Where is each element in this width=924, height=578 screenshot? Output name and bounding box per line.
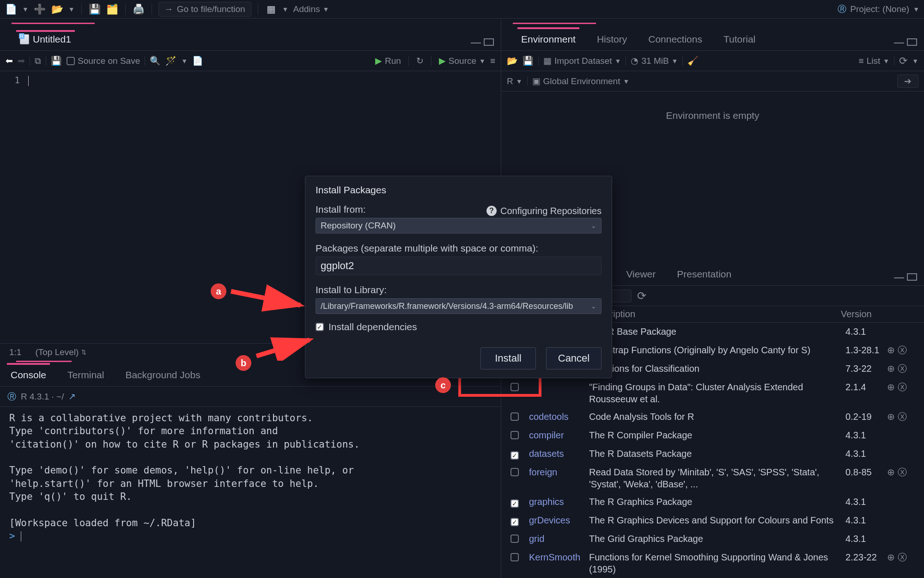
source-tab-untitled[interactable]: Untitled1 bbox=[16, 30, 75, 50]
chevron-down-icon[interactable]: ▼ bbox=[68, 6, 75, 13]
refresh-icon[interactable]: ⟳ bbox=[637, 289, 646, 302]
cancel-button[interactable]: Cancel bbox=[546, 347, 602, 369]
svg-line-0 bbox=[231, 291, 300, 305]
console-version: R 4.3.1 · ~/ bbox=[21, 392, 64, 402]
scope-selector[interactable]: (Top Level) ⇅ bbox=[35, 347, 86, 357]
r-logo-icon: Ⓡ bbox=[838, 3, 846, 15]
console-output[interactable]: R is a collaborative project with many c… bbox=[0, 407, 501, 578]
source-button[interactable]: ▶ Source ▼ bbox=[439, 55, 486, 66]
pkg-name-link[interactable]: graphics bbox=[529, 496, 589, 508]
checkbox-icon bbox=[67, 57, 75, 65]
tab-connections[interactable]: Connections bbox=[644, 27, 706, 50]
addins-menu[interactable]: Addins ▼ bbox=[293, 4, 329, 14]
back-icon[interactable]: ⬅ bbox=[6, 55, 13, 66]
install-from-select[interactable]: Repository (CRAN) ⌄ bbox=[316, 218, 602, 234]
install-deps-toggle[interactable]: ✓ Install dependencies bbox=[316, 321, 602, 332]
pkg-checkbox[interactable] bbox=[511, 412, 519, 421]
minimize-pane-icon[interactable] bbox=[894, 276, 904, 278]
remove-icon[interactable]: ⓧ bbox=[898, 381, 907, 393]
project-menu[interactable]: Ⓡ Project: (None) ▼ bbox=[838, 3, 919, 15]
tab-environment[interactable]: Environment bbox=[517, 27, 579, 50]
pkg-name-link[interactable]: KernSmooth bbox=[529, 551, 589, 563]
chevron-down-icon[interactable]: ▼ bbox=[22, 6, 29, 13]
addins-label: Addins bbox=[293, 4, 320, 14]
tab-terminal[interactable]: Terminal bbox=[64, 363, 108, 386]
popout-icon[interactable]: ⧉ bbox=[35, 56, 41, 66]
pkg-checkbox[interactable] bbox=[511, 535, 519, 543]
language-selector[interactable]: R ▼ bbox=[507, 76, 523, 86]
chevron-down-icon[interactable]: ▼ bbox=[282, 6, 289, 13]
minimize-pane-icon[interactable] bbox=[894, 41, 904, 43]
outline-icon[interactable]: ≡ bbox=[490, 56, 495, 66]
tab-tutorial[interactable]: Tutorial bbox=[720, 27, 759, 50]
remove-icon[interactable]: ⓧ bbox=[898, 411, 907, 423]
chevron-down-icon[interactable]: ▼ bbox=[912, 57, 918, 65]
memory-usage[interactable]: ◔ 31 MiB ▼ bbox=[631, 55, 678, 66]
globe-icon[interactable]: ⊕ bbox=[887, 466, 895, 478]
globe-icon[interactable]: ⊕ bbox=[887, 551, 895, 563]
report-icon[interactable]: 📄 bbox=[192, 55, 203, 66]
remove-icon[interactable]: ⓧ bbox=[898, 551, 907, 563]
maximize-pane-icon[interactable] bbox=[907, 38, 917, 46]
pkg-name-link[interactable]: codetools bbox=[529, 411, 589, 423]
pkg-checkbox[interactable] bbox=[511, 431, 519, 439]
share-icon[interactable]: ↗ bbox=[68, 391, 76, 402]
refresh-icon[interactable]: ⟳ bbox=[899, 55, 907, 67]
install-button[interactable]: Install bbox=[480, 347, 536, 369]
rerun-icon[interactable]: ↻ bbox=[416, 55, 424, 66]
remove-icon[interactable]: ⓧ bbox=[898, 363, 907, 375]
save-all-icon[interactable]: 🗂️ bbox=[106, 3, 119, 16]
run-button[interactable]: ▶ Run bbox=[375, 55, 401, 66]
globe-icon[interactable]: ⊕ bbox=[887, 411, 895, 423]
tab-console[interactable]: Console bbox=[7, 363, 50, 386]
pkg-checkbox[interactable]: ✓ bbox=[511, 451, 519, 460]
pkg-name-link[interactable]: foreign bbox=[529, 466, 589, 478]
broom-icon[interactable]: 🧹 bbox=[687, 55, 699, 66]
configure-repos-link[interactable]: ? Configuring Repositories bbox=[486, 206, 602, 216]
pkg-checkbox[interactable] bbox=[511, 383, 519, 391]
save-icon[interactable]: 💾 bbox=[88, 3, 101, 16]
globe-icon[interactable]: ⊕ bbox=[887, 344, 895, 356]
maximize-pane-icon[interactable] bbox=[907, 273, 917, 281]
pkg-checkbox[interactable] bbox=[511, 468, 519, 476]
globe-icon[interactable]: ⊕ bbox=[887, 381, 895, 393]
pkg-description: The R Datasets Package bbox=[589, 448, 845, 460]
packages-input[interactable] bbox=[316, 257, 602, 275]
library-select[interactable]: /Library/Frameworks/R.framework/Versions… bbox=[316, 298, 602, 314]
pkg-name-link[interactable]: compiler bbox=[529, 429, 589, 441]
globe-icon[interactable]: ⊕ bbox=[887, 363, 895, 375]
pkg-row: codetoolsCode Analysis Tools for R0.2-19… bbox=[501, 408, 924, 426]
remove-icon[interactable]: ⓧ bbox=[898, 466, 907, 478]
search-icon[interactable]: 🔍 bbox=[150, 55, 161, 66]
goto-icon[interactable]: ➔ bbox=[897, 74, 918, 88]
tab-background-jobs[interactable]: Background Jobs bbox=[122, 363, 204, 386]
pkg-checkbox[interactable]: ✓ bbox=[511, 518, 519, 526]
pkg-checkbox[interactable] bbox=[511, 553, 519, 561]
pkg-name-link[interactable]: datasets bbox=[529, 448, 589, 460]
maximize-pane-icon[interactable] bbox=[484, 38, 494, 46]
new-project-icon[interactable]: ➕ bbox=[33, 3, 46, 16]
source-on-save-toggle[interactable]: Source on Save bbox=[67, 56, 140, 66]
new-file-icon[interactable]: 📄 bbox=[5, 3, 18, 16]
save-workspace-icon[interactable]: 💾 bbox=[523, 55, 534, 66]
remove-icon[interactable]: ⓧ bbox=[898, 344, 907, 356]
import-dataset-menu[interactable]: ▦ Import Dataset ▼ bbox=[543, 55, 621, 66]
save-icon[interactable]: 💾 bbox=[51, 55, 62, 66]
forward-icon[interactable]: ➡ bbox=[18, 55, 25, 66]
pkg-checkbox[interactable]: ✓ bbox=[511, 499, 519, 508]
grid-icon[interactable]: ▦ bbox=[265, 3, 278, 16]
tab-history[interactable]: History bbox=[593, 27, 631, 50]
wand-icon[interactable]: 🪄 bbox=[165, 55, 176, 66]
tab-viewer[interactable]: Viewer bbox=[622, 262, 659, 285]
minimize-pane-icon[interactable] bbox=[471, 41, 481, 43]
pkg-name-link[interactable]: grid bbox=[529, 533, 589, 545]
print-icon[interactable]: 🖨️ bbox=[132, 3, 145, 16]
list-view-toggle[interactable]: ≡ List ▼ bbox=[859, 56, 890, 66]
chevron-down-icon[interactable]: ▼ bbox=[181, 57, 188, 65]
open-file-icon[interactable]: 📂 bbox=[51, 3, 64, 16]
env-scope-selector[interactable]: ▣ Global Environment ▼ bbox=[532, 76, 630, 86]
load-workspace-icon[interactable]: 📂 bbox=[507, 55, 518, 66]
goto-file-function[interactable]: → Go to file/function bbox=[158, 2, 251, 17]
pkg-name-link[interactable]: grDevices bbox=[529, 514, 589, 526]
tab-presentation[interactable]: Presentation bbox=[673, 262, 735, 285]
